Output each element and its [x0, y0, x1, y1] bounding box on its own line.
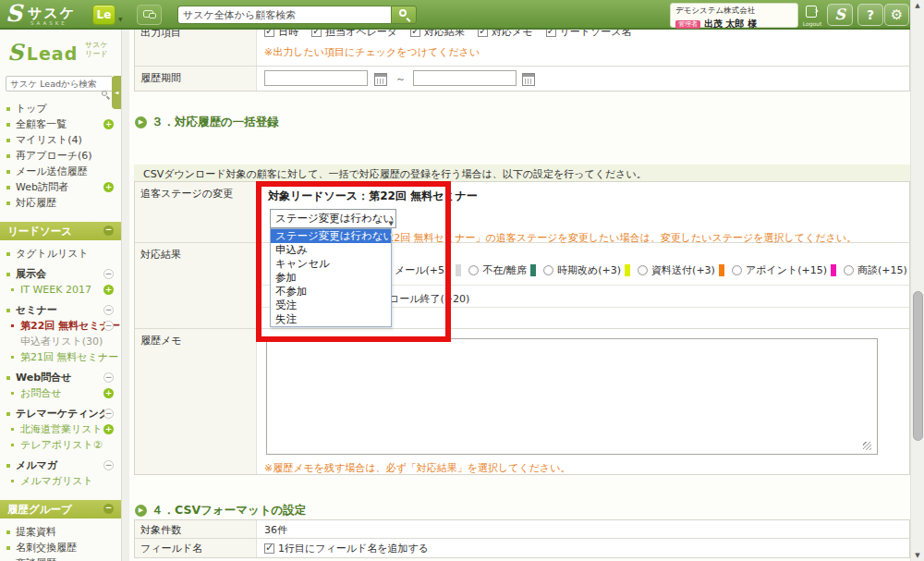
sidebar-item-card-exchange[interactable]: 名刺交換履歴	[0, 540, 121, 555]
sidebar-item-all-customers[interactable]: 全顧客一覧+	[0, 116, 121, 132]
dropdown-option[interactable]: キャンセル	[271, 257, 391, 271]
logout-label: Logout	[800, 20, 824, 27]
collapse-minus-icon[interactable]: −	[103, 269, 114, 279]
page-scrollbar[interactable]: ▲ ▼	[910, 0, 924, 561]
sidebar-item-reapproach[interactable]: 再アプローチ(6)	[0, 148, 121, 164]
expand-plus-icon[interactable]: +	[103, 119, 114, 129]
global-search-input[interactable]	[177, 6, 391, 24]
logout-button[interactable]: Logout	[800, 4, 824, 27]
checkbox-icon[interactable]	[264, 543, 274, 554]
radio-icon[interactable]	[732, 265, 742, 275]
sidebar-item-exhibition[interactable]: 展示会−	[0, 266, 121, 282]
result-chip	[719, 264, 724, 276]
section-history-group[interactable]: 履歴グループ−	[0, 500, 121, 518]
period-end-input[interactable]	[413, 70, 517, 86]
textarea-resize-handle[interactable]	[863, 442, 871, 450]
calendar-icon[interactable]	[522, 73, 535, 86]
radio-icon[interactable]	[844, 265, 854, 275]
sidebar-item-web-inquiry[interactable]: Web問合せ−	[0, 370, 121, 385]
sidebar-item-seminar[interactable]: セミナー−	[0, 302, 121, 318]
dropdown-option[interactable]: 不参加	[271, 285, 391, 299]
dropdown-option[interactable]: ステージ変更は行わない	[271, 229, 391, 243]
scroll-down-icon[interactable]: ▼	[911, 552, 924, 559]
radio-absent[interactable]: 不在/離席	[468, 263, 536, 277]
collapse-minus-icon[interactable]: −	[103, 226, 114, 236]
sidebar-item-response-history[interactable]: 対応履歴	[0, 195, 121, 211]
sidebar-item-proposal-docs[interactable]: 提案資料	[0, 524, 121, 540]
sasuke-logo-icon[interactable]: S	[6, 0, 22, 27]
scrollbar-thumb[interactable]	[913, 291, 923, 441]
radio-appointment[interactable]: アポイント(+15)	[732, 263, 836, 277]
dropdown-option[interactable]: 参加	[271, 271, 391, 285]
help-button[interactable]: ?	[857, 4, 883, 26]
radio-icon[interactable]	[638, 265, 648, 275]
scroll-up-icon[interactable]: ▲	[911, 2, 924, 9]
expand-plus-icon[interactable]: +	[103, 285, 114, 295]
collapse-minus-icon[interactable]: −	[103, 372, 114, 383]
expand-plus-icon[interactable]: +	[103, 182, 114, 192]
collapse-minus-icon[interactable]: −	[103, 409, 114, 419]
collapse-minus-icon[interactable]: −	[103, 504, 114, 514]
section3-heading: ▶ ３．対応履歴の一括登録	[135, 115, 279, 130]
sidebar-item-tagtool-list[interactable]: タグトルリスト	[0, 246, 121, 262]
radio-negotiation[interactable]: 商談(+15)	[844, 263, 907, 277]
sidebar-item-mailmagazine-list[interactable]: メルマガリスト	[0, 473, 121, 489]
sidebar-item-seminar-21[interactable]: 第21回 無料セミナー	[0, 349, 121, 365]
sidebar-item-top[interactable]: トップ	[0, 101, 121, 116]
sidebar-item-mailmagazine[interactable]: メルマガ−	[0, 457, 121, 473]
result-chip	[625, 264, 630, 276]
sasuke-home-button[interactable]: S	[827, 4, 853, 26]
checkbox-operator[interactable]: 担当オペレータ	[311, 30, 397, 39]
bullet-icon	[6, 186, 10, 189]
checkbox-icon[interactable]	[311, 30, 322, 37]
sidebar-item-web-visitors[interactable]: Web訪問者+	[0, 179, 121, 195]
calendar-icon[interactable]	[374, 73, 387, 86]
app-switcher-caret-icon[interactable]: ▼	[118, 16, 123, 22]
checkbox-leadsource-name[interactable]: リードソース名	[546, 30, 632, 39]
sidebar-item-hokkaido-list[interactable]: 北海道営業リスト+	[0, 421, 121, 437]
stage-select[interactable]: ステージ変更は行わない ▼	[270, 209, 396, 228]
sidebar-item-mail-history[interactable]: メール送信履歴	[0, 164, 121, 179]
radio-send-docs[interactable]: 資料送付(+3)	[638, 263, 724, 277]
user-name: 出茂 太郎 様	[704, 18, 757, 30]
radio-reschedule[interactable]: 時期改め(+3)	[543, 263, 630, 277]
checkbox-icon[interactable]	[410, 30, 420, 37]
radio-call-end-label[interactable]: コール終了(+20)	[389, 292, 469, 306]
checkbox-result[interactable]: 対応結果	[410, 30, 465, 39]
dropdown-option[interactable]: 受注	[271, 299, 391, 312]
dropdown-option[interactable]: 申込み	[271, 243, 391, 257]
checkbox-icon[interactable]	[478, 30, 488, 37]
expand-plus-icon[interactable]: +	[103, 388, 114, 398]
settings-button[interactable]: ⚙	[884, 4, 909, 26]
checkbox-add-fieldname[interactable]: 1行目にフィールド名を追加する	[264, 542, 902, 555]
sidebar-item-teleapo-list[interactable]: テレアポリスト②	[0, 437, 121, 453]
sidebar-item-applicant-list[interactable]: 申込者リスト(30)	[0, 334, 121, 349]
checkbox-datetime[interactable]: 日時	[264, 30, 298, 39]
bullet-icon	[6, 273, 10, 276]
expand-plus-icon[interactable]: +	[103, 424, 114, 434]
dropdown-option[interactable]: 失注	[271, 312, 391, 326]
sidebar-item-negotiation-history[interactable]: 商談履歴	[0, 555, 121, 561]
period-start-input[interactable]	[264, 70, 368, 86]
radio-icon[interactable]	[468, 265, 479, 275]
lead-search-input[interactable]	[6, 76, 113, 91]
radio-icon[interactable]	[543, 265, 553, 275]
lead-app-badge[interactable]: Le	[92, 5, 116, 25]
bullet-icon	[6, 412, 10, 416]
collapse-minus-icon[interactable]: −	[103, 321, 114, 331]
collapse-minus-icon[interactable]: −	[103, 305, 114, 315]
lead-search-icon[interactable]	[102, 91, 107, 96]
checkbox-icon[interactable]	[264, 30, 274, 37]
sidebar-item-mylist[interactable]: マイリスト(4)	[0, 132, 121, 148]
history-memo-textarea[interactable]	[266, 338, 878, 455]
sidebar-item-it-week-2017[interactable]: IT WEEK 2017+	[0, 282, 121, 298]
checkbox-icon[interactable]	[546, 30, 556, 37]
chat-button[interactable]	[137, 5, 162, 25]
sidebar-item-seminar-22[interactable]: 第22回 無料セミナー−	[0, 318, 121, 334]
sidebar-item-telemarketing[interactable]: テレマーケティング−	[0, 406, 121, 421]
collapse-minus-icon[interactable]: −	[103, 460, 114, 470]
sidebar-item-inquiry[interactable]: お問合せ+	[0, 385, 121, 401]
section-lead-sources[interactable]: リードソース−	[0, 222, 121, 240]
global-search-button[interactable]	[391, 6, 417, 24]
checkbox-memo[interactable]: 対応メモ	[478, 30, 533, 39]
